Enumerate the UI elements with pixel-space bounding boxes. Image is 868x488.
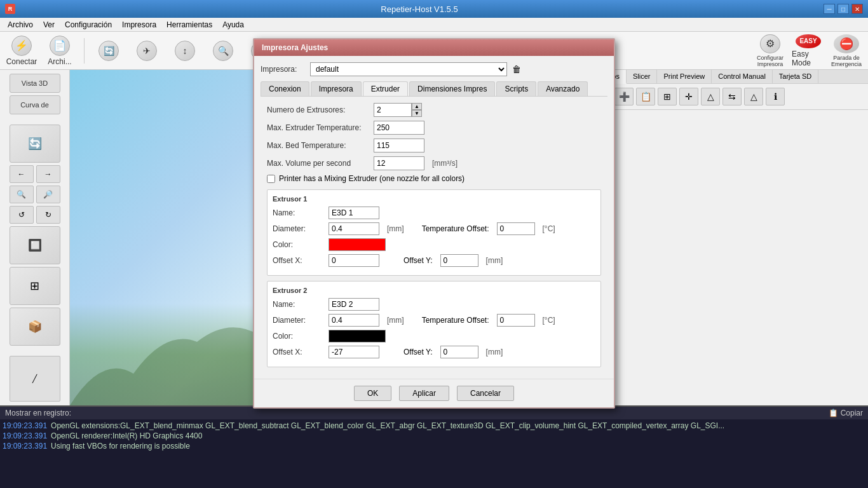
ext1-temp-offset-input[interactable] bbox=[497, 222, 535, 235]
ok-button[interactable]: OK bbox=[354, 386, 391, 401]
num-extruders-input[interactable] bbox=[374, 103, 412, 117]
ext1-diameter-row: Diameter: [mm] Temperature Offset: [°C] bbox=[273, 222, 595, 235]
max-extruder-temp-input[interactable] bbox=[374, 121, 424, 135]
rotate-object-button[interactable]: △ bbox=[701, 88, 720, 105]
archive-button[interactable]: 📄 Archi... bbox=[43, 34, 76, 67]
dlg-tab-impresora[interactable]: Impresora bbox=[311, 81, 362, 96]
right-content-area bbox=[589, 110, 868, 405]
max-volume-label: Max. Volume per second bbox=[267, 159, 369, 168]
menu-ver[interactable]: Ver bbox=[38, 19, 60, 30]
menu-archivo[interactable]: Archivo bbox=[3, 19, 38, 30]
extruder2-section: Extrusor 2 Name: Diameter: [mm] Temperat… bbox=[267, 281, 601, 367]
menu-herramientas[interactable]: Herramientas bbox=[161, 19, 217, 30]
easy-mode-button[interactable]: EASY Easy Mode bbox=[792, 34, 825, 67]
gear-icon: ⚙ bbox=[760, 34, 780, 53]
move-left-button[interactable]: ← bbox=[10, 165, 34, 183]
add-object-button[interactable]: ➕ bbox=[614, 88, 634, 105]
toolbar-btn-4[interactable]: ✈ bbox=[130, 34, 163, 67]
dlg-tab-dimensiones[interactable]: Dimensiones Impres bbox=[409, 81, 495, 96]
printer-select[interactable]: default bbox=[310, 62, 507, 76]
ext2-offsety-label: Offset Y: bbox=[403, 348, 433, 356]
ext2-color-row: Color: bbox=[273, 330, 595, 342]
scale-button[interactable]: △ bbox=[744, 88, 763, 105]
log-time-2: 19:09:23.391 bbox=[3, 431, 47, 441]
toolbar-btn-6[interactable]: 🔍 bbox=[207, 34, 240, 67]
tab-slicer[interactable]: Slicer bbox=[627, 70, 658, 83]
toolbar-btn-3[interactable]: 🔄 bbox=[92, 34, 125, 67]
left-sidebar: Vista 3D Curva de 🔄 ← → 🔍 🔎 ↺ ↻ 🔲 ⊞ 📦 ╱ bbox=[0, 70, 70, 405]
vista3d-button[interactable]: Vista 3D bbox=[10, 74, 60, 93]
mirror-button[interactable]: ⇆ bbox=[722, 88, 742, 105]
objects-toolbar: 💾 ➕ 📋 ⊞ ✛ △ ⇆ △ ℹ bbox=[589, 84, 868, 110]
ext1-offsety-input[interactable] bbox=[440, 254, 478, 267]
menu-configuracion[interactable]: Configuración bbox=[60, 19, 117, 30]
menu-ayuda[interactable]: Ayuda bbox=[217, 19, 249, 30]
ext2-offsety-input[interactable] bbox=[440, 346, 478, 358]
ext1-name-input[interactable] bbox=[329, 207, 379, 219]
tab-print-preview[interactable]: Print Preview bbox=[657, 70, 712, 83]
toolbar-btn-5[interactable]: ↕ bbox=[168, 34, 201, 67]
ext2-diameter-label: Diameter: bbox=[273, 316, 323, 325]
zoom-out-button[interactable]: 🔎 bbox=[36, 186, 60, 203]
ext2-temp-offset-input[interactable] bbox=[497, 314, 535, 327]
grid-view-button[interactable]: ⊞ bbox=[10, 267, 60, 305]
ext2-name-input[interactable] bbox=[329, 298, 379, 311]
delete-printer-button[interactable]: 🗑 bbox=[512, 64, 521, 74]
dlg-tab-avanzado[interactable]: Avanzado bbox=[538, 81, 588, 96]
curvade-button[interactable]: Curva de bbox=[10, 95, 60, 114]
ext2-diameter-input[interactable] bbox=[329, 314, 379, 327]
rotate-right-button[interactable]: ↻ bbox=[36, 206, 60, 224]
configure-printer-button[interactable]: ⚙ Configurar Impresora bbox=[754, 34, 787, 67]
tab-control-manual[interactable]: Control Manual bbox=[712, 70, 773, 83]
rotate-left-button[interactable]: ↺ bbox=[10, 206, 34, 224]
refresh-view-button[interactable]: 🔄 bbox=[10, 125, 60, 163]
ext2-offsetx-input[interactable] bbox=[329, 346, 379, 358]
dlg-tab-scripts[interactable]: Scripts bbox=[496, 81, 536, 96]
max-extruder-temp-label: Max. Extruder Temperature: bbox=[267, 123, 369, 132]
ext2-diameter-unit: [mm] bbox=[387, 316, 404, 325]
box-view-button[interactable]: 📦 bbox=[10, 308, 60, 346]
cube-view-button[interactable]: 🔲 bbox=[10, 226, 60, 264]
grid-button[interactable]: ⊞ bbox=[658, 88, 677, 105]
title-bar: R Repetier-Host V1.5.5 ─ □ ✕ bbox=[0, 0, 868, 18]
dlg-tab-conexion[interactable]: Conexion bbox=[261, 81, 309, 96]
num-extruders-row: Numero de Extrusores: ▲ ▼ bbox=[261, 103, 607, 117]
diagonal-button[interactable]: ╱ bbox=[10, 356, 60, 402]
copy-log-button[interactable]: Copiar bbox=[841, 409, 863, 417]
mixing-extruder-checkbox[interactable] bbox=[267, 175, 275, 183]
configure-printer-label: Configurar Impresora bbox=[754, 55, 787, 67]
num-extruders-up[interactable]: ▲ bbox=[412, 103, 422, 110]
connect-button[interactable]: ⚡ Conectar bbox=[5, 34, 38, 67]
emergency-stop-button[interactable]: ⛔ Parada de Emergencia bbox=[830, 34, 863, 67]
log-line-1: 19:09:23.391 OpenGL extensions:GL_EXT_bl… bbox=[3, 421, 865, 431]
info-button[interactable]: ℹ bbox=[766, 88, 785, 105]
restore-button[interactable]: □ bbox=[837, 4, 849, 14]
ext1-offsetx-input[interactable] bbox=[329, 254, 379, 267]
dlg-tab-extruder[interactable]: Extruder bbox=[363, 81, 408, 96]
extruder1-section: Extrusor 1 Name: Diameter: [mm] Temperat… bbox=[267, 189, 601, 276]
max-bed-temp-row: Max. Bed Temperature: bbox=[261, 139, 607, 152]
max-bed-temp-label: Max. Bed Temperature: bbox=[267, 141, 369, 150]
max-volume-input[interactable] bbox=[374, 156, 424, 170]
logo-icon: R bbox=[5, 4, 15, 14]
copy-object-button[interactable]: 📋 bbox=[636, 88, 655, 105]
menu-impresora[interactable]: Impresora bbox=[117, 19, 161, 30]
max-bed-temp-input[interactable] bbox=[374, 139, 424, 152]
easy-mode-label: Easy Mode bbox=[792, 50, 825, 67]
minimize-button[interactable]: ─ bbox=[824, 4, 835, 14]
ext2-diameter-row: Diameter: [mm] Temperature Offset: [°C] bbox=[273, 314, 595, 327]
ext1-color-picker[interactable] bbox=[329, 238, 386, 251]
cancel-button[interactable]: Cancelar bbox=[457, 386, 514, 401]
ext1-diameter-input[interactable] bbox=[329, 222, 379, 235]
extruder1-title: Extrusor 1 bbox=[273, 195, 595, 203]
ext2-color-picker[interactable] bbox=[329, 330, 386, 342]
zoom-in-button[interactable]: 🔍 bbox=[10, 186, 34, 203]
apply-button[interactable]: Aplicar bbox=[399, 386, 449, 401]
num-extruders-down[interactable]: ▼ bbox=[412, 110, 422, 117]
tab-tarjeta-sd[interactable]: Tarjeta SD bbox=[773, 70, 818, 83]
move-object-button[interactable]: ✛ bbox=[679, 88, 698, 105]
close-button[interactable]: ✕ bbox=[851, 4, 863, 14]
printer-settings-dialog[interactable]: Impresora Ajustes Impresora: default 🗑 C… bbox=[253, 38, 615, 409]
max-volume-unit: [mm³/s] bbox=[432, 159, 458, 168]
move-right-button[interactable]: → bbox=[36, 165, 60, 183]
